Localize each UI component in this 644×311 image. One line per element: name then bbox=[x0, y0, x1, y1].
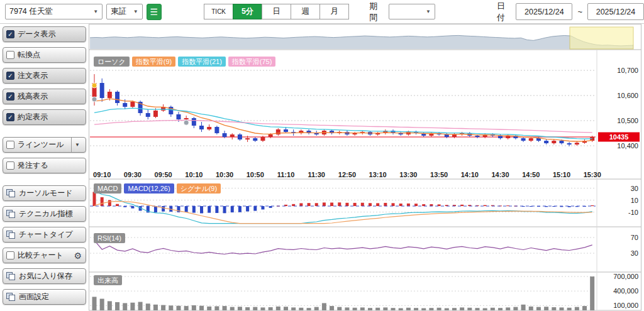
candle-body bbox=[100, 83, 104, 98]
price-axis-label: 10,400 bbox=[617, 142, 638, 150]
sidebar-toggle-turning-point[interactable]: 転換点 bbox=[3, 47, 86, 63]
market-select[interactable]: 東証 ▼ bbox=[106, 4, 142, 19]
sidebar-toggle-balance-display[interactable]: ✓ 残高表示 bbox=[3, 89, 86, 104]
volume-axis-label: 400,000 bbox=[613, 287, 638, 295]
volume-bar bbox=[345, 307, 349, 310]
volume-bar bbox=[314, 307, 319, 310]
checkbox-checked-icon[interactable]: ✓ bbox=[6, 92, 14, 101]
candle-body bbox=[353, 133, 357, 134]
sidebar-cursor-mode[interactable]: カーソルモード bbox=[3, 185, 86, 201]
gear-icon[interactable]: ⚙ bbox=[74, 251, 82, 261]
candle-body bbox=[284, 129, 288, 132]
date-range-tilde: ~ bbox=[577, 7, 582, 16]
macd-histogram-bar bbox=[353, 203, 357, 206]
volume-bar bbox=[483, 308, 487, 310]
volume-bar bbox=[552, 307, 556, 310]
candle-body bbox=[146, 113, 150, 117]
volume-bar bbox=[498, 308, 502, 310]
volume-bar bbox=[337, 307, 341, 310]
tab-tick[interactable]: TICK bbox=[204, 4, 233, 19]
date-from-input[interactable] bbox=[516, 3, 572, 20]
macd-histogram-bar bbox=[192, 206, 196, 213]
volume-bar bbox=[353, 308, 357, 310]
sidebar-toggle-data-display[interactable]: ✓ データ表示 bbox=[3, 26, 86, 42]
series-chip: 指数平滑(75) bbox=[228, 57, 276, 67]
sidebar-compare-chart[interactable]: 比較チャート ⚙ bbox=[3, 248, 86, 263]
checkbox-checked-icon[interactable]: ✓ bbox=[6, 30, 14, 38]
chart-border bbox=[89, 25, 641, 311]
time-axis-label: 12:50 bbox=[338, 171, 356, 178]
macd-histogram-bar bbox=[384, 203, 387, 206]
macd-histogram-bar bbox=[392, 203, 395, 206]
period-select[interactable]: ▼ bbox=[389, 4, 435, 19]
candle-body bbox=[130, 102, 135, 107]
tab-day[interactable]: 日 bbox=[262, 4, 291, 19]
sidebar-item-label: データ表示 bbox=[18, 29, 56, 40]
macd-histogram-bar bbox=[223, 206, 226, 213]
symbol-select-value: 7974 任天堂 bbox=[9, 6, 53, 17]
time-axis-label: 13:10 bbox=[369, 171, 387, 178]
volume-bar bbox=[146, 303, 150, 310]
tab-week[interactable]: 週 bbox=[291, 4, 320, 19]
window-icon bbox=[6, 210, 16, 218]
volume-axis-label: 100,000 bbox=[613, 302, 638, 309]
candle-body bbox=[445, 134, 449, 137]
volume-bar bbox=[452, 308, 457, 310]
time-axis-label: 09:50 bbox=[155, 171, 172, 178]
sidebar-line-tool[interactable]: ラインツール ▼ bbox=[3, 137, 86, 153]
macd-histogram-bar bbox=[299, 203, 303, 206]
macd-histogram-bar bbox=[330, 202, 333, 206]
time-axis-label: 11:30 bbox=[308, 171, 325, 178]
tab-5min[interactable]: 5分 bbox=[233, 4, 262, 19]
macd-histogram-bar bbox=[231, 206, 234, 212]
time-axis-label: 10:30 bbox=[216, 171, 233, 178]
volume-bar bbox=[253, 307, 257, 310]
symbol-list-button[interactable]: ☰ bbox=[147, 4, 162, 20]
candle-body bbox=[207, 127, 211, 129]
sidebar-chart-type[interactable]: チャートタイプ bbox=[3, 227, 86, 243]
tab-month[interactable]: 月 bbox=[319, 4, 349, 19]
checkbox-unchecked-icon[interactable] bbox=[6, 251, 14, 259]
date-to-input[interactable] bbox=[587, 3, 644, 20]
checkbox-unchecked-icon[interactable] bbox=[6, 161, 14, 170]
rsi-axis-label: 70 bbox=[631, 234, 638, 241]
sidebar-item-label: 注文表示 bbox=[18, 70, 48, 81]
chart-region[interactable]: 10,70010,60010,50010,4001043509:1009:300… bbox=[89, 24, 644, 311]
checkbox-checked-icon[interactable]: ✓ bbox=[6, 113, 14, 121]
volume-bar bbox=[368, 308, 372, 310]
checkbox-checked-icon[interactable]: ✓ bbox=[6, 72, 14, 80]
volume-bar bbox=[269, 307, 273, 310]
price-series-legend: ローソク指数平滑(9)指数平滑(21)指数平滑(75) bbox=[94, 57, 275, 67]
time-axis-label: 10:10 bbox=[185, 171, 203, 178]
macd-histogram-bar bbox=[407, 204, 410, 206]
macd-histogram-bar bbox=[399, 204, 402, 206]
macd-histogram-bar bbox=[185, 206, 188, 212]
sidebar-place-order[interactable]: 発注する bbox=[3, 158, 86, 173]
sidebar-technical-indicator[interactable]: テクニカル指標 bbox=[3, 206, 86, 222]
volume-bar bbox=[184, 306, 189, 310]
chevron-down-icon[interactable]: ▼ bbox=[71, 138, 83, 152]
symbol-select[interactable]: 7974 任天堂 ▼ bbox=[5, 4, 103, 19]
chart-canvas[interactable]: 10,70010,60010,50010,4001043509:1009:300… bbox=[89, 24, 644, 311]
sidebar-item-label: カーソルモード bbox=[19, 188, 72, 199]
volume-bar bbox=[138, 302, 143, 310]
time-axis-label: 11:10 bbox=[277, 171, 295, 178]
candle-body bbox=[475, 136, 480, 137]
volume-bar bbox=[582, 306, 587, 310]
time-axis-label: 09:30 bbox=[124, 171, 142, 178]
market-select-value: 東証 bbox=[111, 6, 126, 17]
sidebar-toggle-order-display[interactable]: ✓ 注文表示 bbox=[3, 68, 86, 84]
sidebar-item-label: 転換点 bbox=[18, 50, 40, 60]
time-axis-label: 13:50 bbox=[430, 171, 448, 178]
current-price-label: 10435 bbox=[609, 133, 629, 141]
volume-bar bbox=[437, 308, 441, 310]
checkbox-unchecked-icon[interactable] bbox=[6, 141, 14, 149]
macd-histogram-bar bbox=[323, 202, 326, 206]
sidebar-save-favorite[interactable]: お気に入り保存 bbox=[3, 268, 86, 284]
sidebar-toggle-execution-display[interactable]: ✓ 約定表示 bbox=[3, 109, 86, 125]
navigator-selection[interactable] bbox=[570, 27, 633, 49]
checkbox-unchecked-icon[interactable] bbox=[6, 51, 14, 59]
volume-bar bbox=[506, 307, 510, 310]
sidebar-screen-settings[interactable]: 画面設定 bbox=[3, 289, 86, 305]
candle-body bbox=[108, 92, 112, 98]
